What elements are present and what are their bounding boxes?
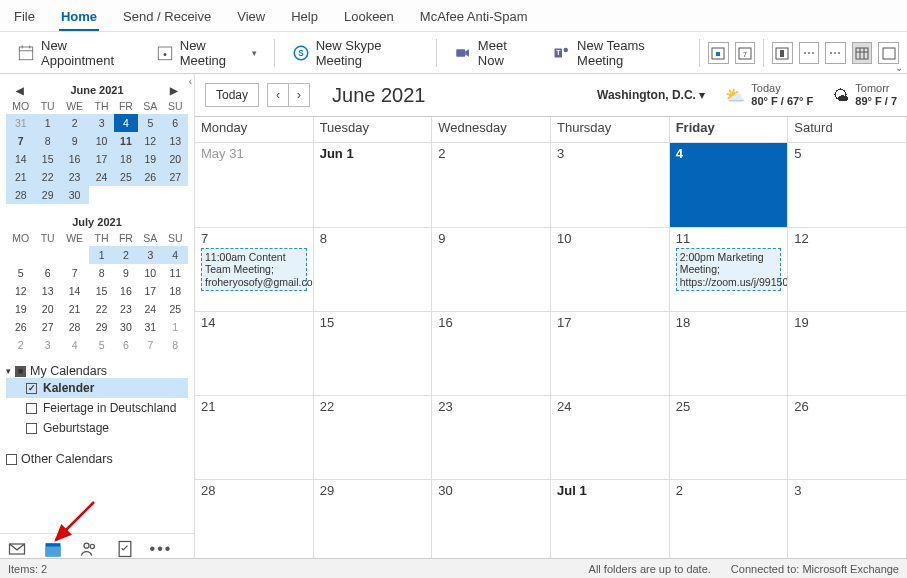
view-week-icon[interactable]: ⋯ bbox=[825, 42, 846, 64]
checkbox-icon[interactable] bbox=[26, 423, 37, 434]
day-cell[interactable]: 5 bbox=[788, 143, 907, 227]
prev-month-icon[interactable]: ◀ bbox=[16, 85, 24, 96]
day-cell[interactable]: 14 bbox=[195, 312, 314, 396]
collapse-ribbon-icon[interactable]: ⌄ bbox=[895, 62, 903, 73]
dayheader-thu: Thursday bbox=[551, 117, 670, 143]
my-calendars-checkbox[interactable]: ■ bbox=[15, 366, 26, 377]
new-skype-meeting-button[interactable]: S New Skype Meeting bbox=[283, 32, 428, 74]
other-calendars-header[interactable]: Other Calendars bbox=[6, 452, 188, 466]
day-cell[interactable]: 2 bbox=[670, 480, 789, 564]
checkbox-checked-icon[interactable]: ✓ bbox=[26, 383, 37, 394]
main-tabs: File Home Send / Receive View Help Looke… bbox=[0, 0, 907, 32]
camera-icon bbox=[454, 44, 472, 62]
mini-cal-title-2: July 2021 bbox=[72, 216, 122, 228]
day-cell[interactable]: 15 bbox=[314, 312, 433, 396]
new-meeting-label: New Meeting bbox=[180, 38, 246, 68]
page-title: June 2021 bbox=[332, 84, 425, 107]
calendar-item-feiertage[interactable]: Feiertage in Deutschland bbox=[6, 398, 188, 418]
tab-send-receive[interactable]: Send / Receive bbox=[121, 4, 213, 31]
day-cell[interactable]: 28 bbox=[195, 480, 314, 564]
weather-today[interactable]: ⛅ Today80° F / 67° F bbox=[725, 82, 813, 108]
day-cell[interactable]: 8 bbox=[314, 228, 433, 312]
dayheader-tue: Tuesday bbox=[314, 117, 433, 143]
prev-period-icon[interactable]: ‹ bbox=[268, 84, 289, 106]
day-cell[interactable]: 9 bbox=[432, 228, 551, 312]
weather-tomorrow[interactable]: 🌤 Tomorr89° F / 7 bbox=[833, 82, 897, 108]
day-cell[interactable]: 11 2:00pm Marketing Meeting; https://zoo… bbox=[670, 228, 789, 312]
calendar-sidebar: ‹ ◀ June 2021 ▶ MOTUWETHFRSASU 31123456 … bbox=[0, 74, 195, 564]
tab-lookeen[interactable]: Lookeen bbox=[342, 4, 396, 31]
day-cell-today[interactable]: 4 bbox=[670, 143, 789, 227]
calendar-item-kalender[interactable]: ✓ Kalender bbox=[6, 378, 188, 398]
view-today-icon[interactable] bbox=[708, 42, 729, 64]
calendar-nav-icon[interactable] bbox=[42, 538, 64, 560]
day-cell[interactable]: 26 bbox=[788, 396, 907, 480]
calendar-event[interactable]: 11:00am Content Team Meeting; froheryoso… bbox=[201, 248, 307, 292]
chevron-down-icon[interactable]: ▾ bbox=[252, 48, 257, 58]
view-workweek-icon[interactable]: ⋯ bbox=[799, 42, 820, 64]
tasks-icon[interactable] bbox=[114, 538, 136, 560]
day-cell[interactable]: 23 bbox=[432, 396, 551, 480]
day-cell[interactable]: 12 bbox=[788, 228, 907, 312]
day-cell[interactable]: May 31 bbox=[195, 143, 314, 227]
svg-rect-10 bbox=[716, 52, 720, 56]
mail-icon[interactable] bbox=[6, 538, 28, 560]
new-teams-meeting-label: New Teams Meeting bbox=[577, 38, 682, 68]
mini-calendar-july: July 2021 MOTUWETHFRSASU 1234 567891011 … bbox=[6, 214, 188, 354]
feiertage-label: Feiertage in Deutschland bbox=[43, 401, 176, 415]
status-connected: Connected to: Microsoft Exchange bbox=[731, 563, 899, 575]
day-cell[interactable]: 3 bbox=[551, 143, 670, 227]
view-schedule-icon[interactable] bbox=[878, 42, 899, 64]
checkbox-icon[interactable] bbox=[6, 454, 17, 465]
day-cell[interactable]: 10 bbox=[551, 228, 670, 312]
day-cell[interactable]: 16 bbox=[432, 312, 551, 396]
day-cell[interactable]: 18 bbox=[670, 312, 789, 396]
new-meeting-button[interactable]: New Meeting ▾ bbox=[147, 32, 266, 74]
tab-help[interactable]: Help bbox=[289, 4, 320, 31]
weather-sunny-icon: ⛅ bbox=[725, 86, 745, 105]
day-cell[interactable]: 30 bbox=[432, 480, 551, 564]
day-cell[interactable]: 24 bbox=[551, 396, 670, 480]
next-period-icon[interactable]: › bbox=[289, 84, 309, 106]
view-day-icon[interactable] bbox=[772, 42, 793, 64]
tab-mcafee[interactable]: McAfee Anti-Spam bbox=[418, 4, 530, 31]
people-icon[interactable] bbox=[78, 538, 100, 560]
calendar-event[interactable]: 2:00pm Marketing Meeting; https://zoom.u… bbox=[676, 248, 782, 292]
collapse-sidebar-icon[interactable]: ‹ bbox=[189, 76, 192, 87]
svg-rect-15 bbox=[856, 48, 868, 59]
status-items: Items: 2 bbox=[8, 563, 47, 575]
day-cell[interactable]: 2 bbox=[432, 143, 551, 227]
calendar-item-geburtstage[interactable]: Geburtstage bbox=[6, 418, 188, 438]
day-cell[interactable]: 25 bbox=[670, 396, 789, 480]
my-calendars-label: My Calendars bbox=[30, 364, 107, 378]
new-skype-meeting-label: New Skype Meeting bbox=[316, 38, 419, 68]
tab-view[interactable]: View bbox=[235, 4, 267, 31]
day-cell[interactable]: 19 bbox=[788, 312, 907, 396]
calendar-content: Today ‹ › June 2021 Washington, D.C. ▾ ⛅… bbox=[195, 74, 907, 564]
new-teams-meeting-button[interactable]: T New Teams Meeting bbox=[544, 32, 691, 74]
day-cell[interactable]: Jul 1 bbox=[551, 480, 670, 564]
day-cell[interactable]: 3 bbox=[788, 480, 907, 564]
today-button[interactable]: Today bbox=[205, 83, 259, 107]
more-icon[interactable]: ••• bbox=[150, 538, 172, 560]
day-cell[interactable]: 17 bbox=[551, 312, 670, 396]
day-cell[interactable]: Jun 1 bbox=[314, 143, 433, 227]
svg-rect-0 bbox=[19, 47, 33, 60]
tab-home[interactable]: Home bbox=[59, 4, 99, 31]
next-month-icon[interactable]: ▶ bbox=[170, 85, 178, 96]
svg-point-20 bbox=[84, 543, 89, 548]
day-cell[interactable]: 7 11:00am Content Team Meeting; froheryo… bbox=[195, 228, 314, 312]
day-cell[interactable]: 21 bbox=[195, 396, 314, 480]
tab-file[interactable]: File bbox=[12, 4, 37, 31]
geburtstage-label: Geburtstage bbox=[43, 421, 109, 435]
status-uptodate: All folders are up to date. bbox=[589, 563, 711, 575]
day-cell[interactable]: 22 bbox=[314, 396, 433, 480]
view-next7-icon[interactable]: 7 bbox=[735, 42, 756, 64]
location-selector[interactable]: Washington, D.C. ▾ bbox=[597, 88, 705, 102]
view-month-icon[interactable] bbox=[852, 42, 873, 64]
new-appointment-button[interactable]: New Appointment bbox=[8, 32, 141, 74]
my-calendars-header[interactable]: ▾ ■ My Calendars bbox=[6, 364, 188, 378]
checkbox-icon[interactable] bbox=[26, 403, 37, 414]
day-cell[interactable]: 29 bbox=[314, 480, 433, 564]
meet-now-button[interactable]: Meet Now bbox=[445, 32, 538, 74]
